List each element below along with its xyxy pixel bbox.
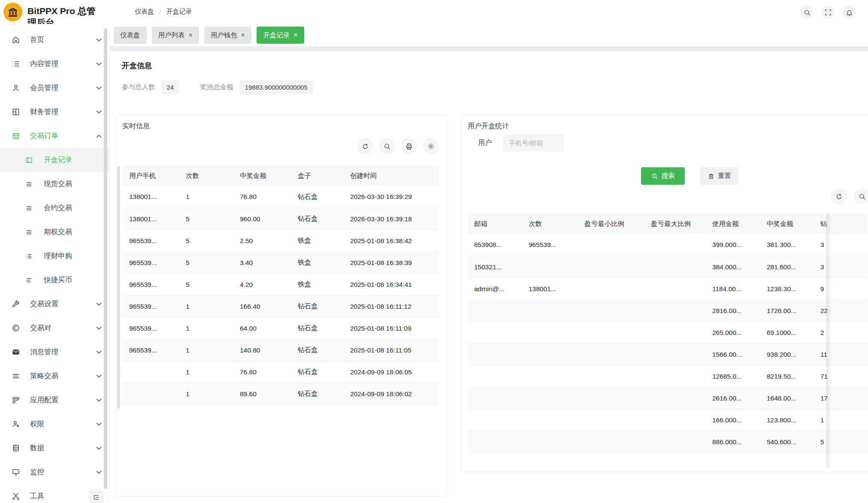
cell: 钻石盒 (291, 208, 344, 230)
refresh-icon (362, 143, 369, 150)
sidebar-item-data[interactable]: 数据 (0, 436, 109, 460)
tab-user-list[interactable]: 用户列表 × (152, 27, 199, 44)
table-row: 965539...1166.40钻石盒2025-01-08 16:11:12 (123, 295, 439, 317)
cell (522, 300, 578, 322)
refresh-button[interactable] (831, 188, 847, 205)
sidebar-item-content[interactable]: 内容管理 (0, 52, 109, 76)
cell (644, 234, 706, 256)
chevron-down-icon (96, 326, 102, 330)
column-header: 使用金额 (706, 214, 760, 234)
cell: 5 (179, 274, 233, 295)
cell (644, 387, 706, 409)
search-icon (804, 9, 811, 16)
table-row: 965539...52.50铁盒2025-01-08 16:38:42 (123, 230, 439, 252)
header-actions (800, 0, 868, 19)
box-record-icon (25, 156, 33, 164)
cell (644, 300, 706, 322)
table-search-button[interactable] (854, 188, 868, 205)
column-header: 次数 (522, 214, 578, 234)
chevron-down-icon (96, 110, 102, 114)
search-button[interactable] (800, 6, 814, 19)
breadcrumb-item[interactable]: 仪表盘 (135, 8, 154, 16)
sidebar-item-quick-buy[interactable]: 快捷买币 (0, 268, 109, 292)
cell (644, 343, 706, 365)
sidebar-item-label: 合约交易 (44, 203, 72, 213)
chevron-down-icon (96, 374, 102, 378)
cell: 1184.00... (706, 278, 760, 300)
sidebar-item-contract-trading[interactable]: 合约交易 (0, 196, 109, 220)
close-icon[interactable]: × (241, 31, 245, 39)
fullscreen-button[interactable] (821, 6, 835, 19)
close-icon[interactable]: × (189, 31, 193, 39)
cell (468, 365, 522, 387)
cell: 2 (814, 322, 868, 343)
column-header: 盒子 (291, 166, 344, 186)
bank-logo-icon (7, 6, 18, 18)
table-row: 138001...5960.00钻石盒2026-03-30 16:39:18 (123, 208, 439, 230)
cell: 1 (814, 409, 868, 431)
sidebar-item-spot-trading[interactable]: 现货交易 (0, 172, 109, 196)
sidebar-item-label: 快捷买币 (44, 275, 72, 285)
search-button[interactable]: 搜索 (641, 167, 685, 185)
sidebar-item-monitoring[interactable]: 监控 (0, 460, 109, 484)
notifications-button[interactable] (842, 6, 856, 19)
reset-button[interactable]: 重置 (700, 167, 739, 185)
tab-box-records[interactable]: 开盒记录 × (257, 27, 304, 44)
refresh-icon (835, 193, 843, 200)
home-icon (12, 36, 20, 44)
user-icon (12, 84, 20, 92)
refresh-button[interactable] (357, 138, 373, 154)
sidebar-item-label: 消息管理 (30, 347, 58, 357)
sidebar-item-home[interactable]: 首页 (0, 28, 109, 52)
sidebar-item-trading-pairs[interactable]: 交易对 (0, 316, 109, 340)
cell: 281.600... (760, 256, 814, 278)
close-icon[interactable]: × (293, 31, 297, 39)
app-logo (3, 3, 22, 21)
user-search-input[interactable] (503, 134, 564, 152)
settings-button[interactable] (423, 138, 439, 154)
stat-label: 奖池总金额 (200, 83, 233, 92)
cell: 5 (179, 252, 233, 274)
table-search-button[interactable] (379, 138, 395, 154)
sidebar-item-box-records[interactable]: 开盒记录 (0, 148, 109, 172)
cell (468, 343, 522, 365)
sidebar-item-label: 工具 (30, 491, 44, 501)
sidebar-item-finance[interactable]: 财务管理 (0, 100, 109, 124)
cell: 2024-09-09 18:06:05 (344, 361, 439, 383)
tab-dashboard[interactable]: 仪表盘 (114, 27, 147, 44)
cell: 3 (814, 256, 868, 278)
server-icon (12, 444, 20, 452)
sidebar-scrollbar[interactable] (104, 28, 107, 489)
cell: 钻石盒 (291, 361, 344, 383)
cell (522, 256, 578, 278)
cell: 5 (179, 208, 233, 230)
sidebar-item-permissions[interactable]: 权限 (0, 412, 109, 436)
cell: 2025-01-08 16:11:12 (344, 295, 439, 317)
list-dotted-icon (25, 252, 33, 260)
sidebar-item-app-config[interactable]: 应用配置 (0, 388, 109, 412)
sidebar-item-wealth-subscribe[interactable]: 理财申购 (0, 244, 109, 268)
list-icon (12, 60, 20, 68)
cell: 8219.50... (760, 365, 814, 387)
tab-user-wallet[interactable]: 用户钱包 × (204, 27, 251, 44)
cell: 11 (814, 343, 868, 365)
cell: 1 (179, 361, 233, 383)
cell (522, 365, 578, 387)
sidebar-item-strategy-trading[interactable]: 策略交易 (0, 364, 109, 388)
collapse-sidebar-button[interactable] (88, 490, 104, 503)
search-button-label: 搜索 (662, 172, 675, 181)
table-scrollbar[interactable] (117, 166, 120, 409)
sidebar-item-messages[interactable]: 消息管理 (0, 340, 109, 364)
sidebar-item-trade-orders[interactable]: 交易订单 (0, 124, 109, 148)
cell: 965539... (123, 339, 179, 361)
sidebar-item-members[interactable]: 会员管理 (0, 76, 109, 100)
sidebar-item-trade-settings[interactable]: 交易设置 (0, 292, 109, 316)
print-button[interactable] (401, 138, 417, 154)
cell (578, 256, 644, 278)
cell: 381.300... (760, 234, 814, 256)
cell (644, 278, 706, 300)
cell (644, 409, 706, 431)
cell: 2025-01-08 16:34:41 (344, 274, 439, 295)
sidebar-item-options-trading[interactable]: 期权交易 (0, 220, 109, 244)
cell: 钻石盒 (291, 295, 344, 317)
